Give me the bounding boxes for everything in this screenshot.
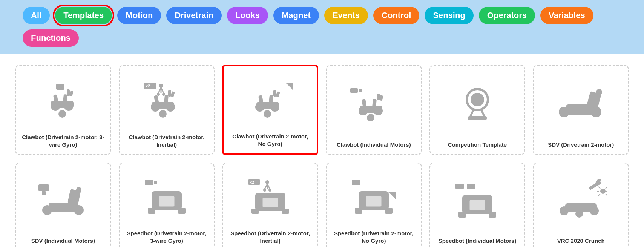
card-label-5: SDV (Drivetrain 2-motor) <box>548 141 614 149</box>
svg-point-47 <box>471 93 484 106</box>
nav-btn-templates[interactable]: Templates <box>55 7 112 24</box>
card-label-11: VRC 2020 Crunch <box>557 237 605 245</box>
svg-rect-101 <box>565 203 597 212</box>
svg-point-2 <box>58 110 66 118</box>
svg-rect-90 <box>385 208 393 214</box>
svg-rect-23 <box>168 90 171 97</box>
template-card-5[interactable]: SDV (Drivetrain 2-motor) <box>533 65 629 155</box>
svg-line-109 <box>598 187 600 189</box>
svg-rect-45 <box>360 106 382 113</box>
card-label-1: Clawbot (Drivetrain 2-motor, Inertial) <box>126 133 208 148</box>
card-icon-speedbot-gyro <box>126 169 208 226</box>
svg-rect-81 <box>251 209 259 214</box>
svg-rect-79 <box>262 197 279 208</box>
template-card-7[interactable]: Speedbot (Drivetrain 2-motor, 3-wire Gyr… <box>119 163 215 247</box>
card-icon-competition <box>436 72 519 137</box>
svg-rect-96 <box>458 212 466 218</box>
svg-line-110 <box>606 194 607 196</box>
card-label-10: Speedbot (Individual Motors) <box>439 237 517 245</box>
nav-btn-motion[interactable]: Motion <box>117 7 161 24</box>
card-label-7: Speedbot (Drivetrain 2-motor, 3-wire Gyr… <box>126 230 208 244</box>
svg-rect-89 <box>355 208 362 214</box>
svg-rect-24 <box>170 91 175 97</box>
nav-btn-magnet[interactable]: Magnet <box>273 7 319 24</box>
card-icon-sdv-individual <box>22 169 104 233</box>
nav-btn-control[interactable]: Control <box>373 7 419 24</box>
svg-rect-33 <box>273 90 276 97</box>
svg-line-112 <box>606 187 607 189</box>
card-icon-clawbot-individual <box>333 72 415 137</box>
svg-rect-56 <box>38 184 49 191</box>
svg-rect-68 <box>148 208 155 214</box>
svg-rect-94 <box>469 199 486 211</box>
svg-rect-35 <box>256 102 279 109</box>
svg-rect-91 <box>455 184 464 189</box>
nav-btn-operators[interactable]: Operators <box>479 7 535 24</box>
svg-text:x2: x2 <box>250 180 254 184</box>
template-card-9[interactable]: Speedbot (Drivetrain 2-motor, No Gyro) <box>326 163 422 247</box>
svg-rect-92 <box>467 184 475 189</box>
svg-point-17 <box>162 93 165 96</box>
card-icon-speedbot-individual <box>436 169 519 233</box>
card-icon-vrc-crunch <box>540 169 622 233</box>
card-label-0: Clawbot (Drivetrain 2-motor, 3-wire Gyro… <box>22 133 104 148</box>
svg-rect-63 <box>145 180 153 185</box>
svg-rect-34 <box>276 91 280 97</box>
card-icon-clawbot-nogyro <box>230 72 311 129</box>
nav-btn-all[interactable]: All <box>23 7 50 24</box>
svg-point-16 <box>157 93 160 96</box>
nav-btn-variables[interactable]: Variables <box>540 7 593 24</box>
svg-point-62 <box>76 187 81 192</box>
svg-rect-97 <box>489 212 496 218</box>
template-card-2[interactable]: Clawbot (Drivetrain 2-motor, No Gyro) <box>222 65 318 155</box>
content-area: Clawbot (Drivetrain 2-motor, 3-wire Gyro… <box>0 54 644 247</box>
svg-rect-64 <box>154 181 157 184</box>
svg-rect-66 <box>158 196 175 207</box>
svg-point-72 <box>265 180 269 184</box>
svg-rect-25 <box>152 102 174 109</box>
template-card-3[interactable]: Clawbot (Individual Motors) <box>326 65 422 155</box>
template-card-10[interactable]: Speedbot (Individual Motors) <box>429 163 526 247</box>
template-card-6[interactable]: SDV (Individual Motors) <box>15 163 111 247</box>
svg-point-9 <box>59 85 62 88</box>
svg-point-55 <box>596 89 602 95</box>
card-icon-speedbot-inertial: x2 <box>229 169 311 226</box>
card-icon-sdv-drivetrain <box>540 72 622 137</box>
svg-rect-7 <box>51 101 74 108</box>
card-label-8: Speedbot (Drivetrain 2-motor, Inertial) <box>229 230 311 244</box>
svg-rect-44 <box>379 95 383 101</box>
svg-rect-85 <box>352 180 360 185</box>
svg-rect-36 <box>350 88 358 93</box>
svg-rect-5 <box>67 89 70 96</box>
svg-point-30 <box>264 110 271 118</box>
card-label-3: Clawbot (Individual Motors) <box>337 141 411 149</box>
nav-btn-looks[interactable]: Looks <box>227 7 268 24</box>
svg-point-20 <box>159 110 167 118</box>
nav-btn-sensing[interactable]: Sensing <box>425 7 474 24</box>
template-card-4[interactable]: Competition Template <box>429 65 526 155</box>
template-card-8[interactable]: x2 Speedbot (Drivetrain 2-motor, Inertia… <box>222 163 318 247</box>
svg-point-12 <box>159 84 163 87</box>
svg-rect-69 <box>178 208 186 214</box>
card-icon-speedbot-nogyro <box>333 169 415 226</box>
svg-point-76 <box>263 189 266 192</box>
card-label-2: Clawbot (Drivetrain 2-motor, No Gyro) <box>230 133 311 147</box>
nav-btn-drivetrain[interactable]: Drivetrain <box>166 7 222 24</box>
template-grid: Clawbot (Drivetrain 2-motor, 3-wire Gyro… <box>15 65 629 247</box>
template-card-0[interactable]: Clawbot (Drivetrain 2-motor, 3-wire Gyro… <box>15 65 111 155</box>
svg-rect-87 <box>365 196 382 207</box>
svg-rect-82 <box>282 209 289 214</box>
template-card-1[interactable]: x2 Clawbot (Drivetrain <box>119 65 215 155</box>
svg-text:x2: x2 <box>146 84 150 88</box>
svg-rect-6 <box>69 91 74 97</box>
card-label-4: Competition Template <box>448 141 507 149</box>
card-icon-clawbot-inertial: x2 <box>126 72 208 130</box>
svg-point-40 <box>367 114 374 121</box>
svg-line-111 <box>598 194 600 196</box>
nav-btn-functions[interactable]: Functions <box>23 29 79 47</box>
template-card-11[interactable]: VRC 2020 Crunch <box>533 163 629 247</box>
svg-rect-43 <box>377 94 380 100</box>
card-icon-clawbot-gyro <box>22 72 104 130</box>
nav-btn-events[interactable]: Events <box>324 7 368 24</box>
svg-rect-50 <box>468 116 487 120</box>
